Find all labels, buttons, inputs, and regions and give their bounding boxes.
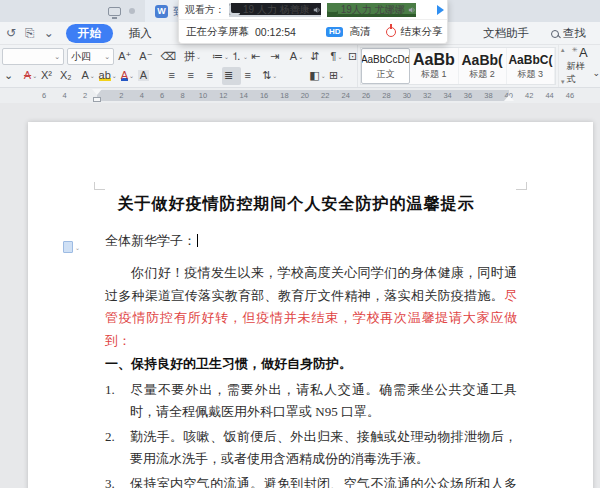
style-gallery: AaBbCcDd 正文 AaBb 标题 1 AaBb( 标题 2 AaBbC( … [360, 47, 556, 85]
ruler-number: 42 [519, 91, 539, 101]
highlight-color-icon[interactable]: ab⌄ [98, 67, 118, 85]
decrease-font-size-icon[interactable]: A⁻ [138, 48, 159, 66]
style-preview: AaBbCcDd [361, 52, 410, 68]
show-marks-icon[interactable]: ¶⌄ [327, 48, 346, 66]
find-button[interactable]: 查找 [551, 26, 586, 41]
more-fonts-icon[interactable]: ⌄ [2, 67, 21, 85]
new-style-label: 新样式 [567, 60, 591, 86]
align-right-icon[interactable]: ≡ [203, 67, 222, 85]
expand-panel-icon[interactable] [437, 5, 444, 15]
horizontal-ruler[interactable]: 6422468101214161820222426283032343638404… [0, 88, 600, 103]
document-title: 关于做好疫情防控期间个人安全防护的温馨提示 [77, 194, 515, 215]
ruler-number: 22 [315, 91, 335, 101]
ruler-number: 44 [539, 91, 559, 101]
numbered-list: 1. 尽量不要外出，需要外出，请私人交通。确需乘坐公共交通工具时，请全程佩戴医用… [105, 379, 517, 488]
style-name: 正文 [377, 68, 395, 81]
doc-assistant-button[interactable]: 文档助手 [483, 26, 529, 41]
search-icon [551, 30, 559, 38]
screen-share-overlay: 观看方： 19 人力 杨善康 19人力 尤娜娜 正在分享屏幕 00:12:54 … [178, 0, 448, 44]
scroll-down-icon[interactable]: ▼ [560, 79, 566, 85]
list-item: 1. 尽量不要外出，需要外出，请私人交通。确需乘坐公共交通工具时，请全程佩戴医用… [105, 379, 517, 422]
正文[interactable]: AaBbCcDd 正文 [361, 48, 410, 84]
cast-screen-icon[interactable] [108, 7, 121, 16]
sharing-status-label: 正在分享屏幕 [186, 25, 249, 39]
clear-format-icon[interactable]: ⌫ [160, 48, 184, 66]
justify-icon[interactable]: ≣ [222, 67, 241, 85]
scroll-up-icon[interactable]: ▲ [560, 47, 566, 53]
section-heading: 一、保持良好的卫生习惯，做好自身防护。 [105, 353, 517, 376]
end-share-label: 结束分享 [400, 25, 442, 39]
ribbon: ⌄ 小四 ⌄ A⁺A⁻⌫拼⌄ ≔⌄⒈⌄⇤⇥A⌄ ⌄A⌄X²X₂A⌄ab⌄A⌄A … [0, 45, 600, 88]
bullet-list-icon[interactable]: ≔⌄ [211, 48, 230, 66]
font-size-value: 小四 [71, 50, 91, 64]
increase-indent-icon[interactable]: ⇥ [268, 48, 287, 66]
align-left-icon[interactable]: ≡ [165, 67, 184, 85]
sharing-timer: 00:12:54 [255, 26, 296, 38]
first-line-indent-marker[interactable] [92, 89, 102, 95]
list-number: 1. [105, 379, 130, 422]
pinyin-guide-icon[interactable]: 拼⌄ [183, 48, 202, 66]
list-text: 勤洗手。咳嗽、饭前便后、外出归来、接触或处理动物排泄物后，要用流水洗手，或者使用… [130, 426, 517, 469]
increase-font-size-icon[interactable]: A⁺ [117, 48, 138, 66]
align-center-icon[interactable]: ≡ [184, 67, 203, 85]
right-indent-marker[interactable] [504, 95, 514, 101]
19人力 尤娜娜: 19人力 尤娜娜 [327, 3, 416, 17]
numbered-list-icon[interactable]: ⒈⌄ [230, 48, 249, 66]
font-size-select[interactable]: 小四 ⌄ [67, 48, 114, 65]
text-boundary-mark [94, 182, 105, 190]
distribute-icon[interactable]: ≡ [241, 67, 260, 85]
undo-icon[interactable]: ↺ [6, 26, 16, 40]
ribbon-tab[interactable]: 开始 [66, 24, 113, 43]
paste-options-icon[interactable]: ⌄ [63, 241, 80, 253]
viewer-name: 19人力 尤娜娜 [341, 3, 405, 17]
char-shading-icon[interactable]: A [137, 67, 156, 85]
subscript-icon[interactable]: X₂ [59, 67, 79, 85]
avatar [327, 4, 338, 15]
superscript-icon[interactable]: X² [40, 67, 59, 85]
quick-access-toolbar: ↺⎘⌄ [0, 26, 66, 40]
chevron-down-icon: ⌄ [54, 53, 60, 61]
text-cursor [197, 234, 198, 247]
ruler-number: 24 [335, 91, 355, 101]
new-style-button[interactable]: A 新样式 ⌄ [567, 45, 600, 87]
style-gallery-scrollbar[interactable]: ▲ ▼ [558, 45, 567, 87]
font-color-icon[interactable]: A⌄ [118, 67, 137, 85]
text-tools-icon[interactable]: ⊡ [346, 48, 365, 66]
list-number: 3. [105, 473, 130, 488]
style-name: 标题 1 [421, 68, 447, 81]
left-indent-marker[interactable] [93, 97, 101, 102]
line-spacing-icon[interactable]: ⇅⌄ [260, 67, 279, 85]
sort-icon[interactable]: ⇵ [308, 48, 327, 66]
style-preview: AaBb( [462, 52, 503, 68]
标题 2[interactable]: AaBb( 标题 2 [459, 48, 507, 84]
ruler-number: 28 [376, 91, 396, 101]
ruler-number: 18 [274, 91, 294, 101]
document-area: 关于做好疫情防控期间个人安全防护的温馨提示 ⌄ 全体新华学子： 你们好！疫情发生… [0, 103, 600, 488]
document-page[interactable]: 关于做好疫情防控期间个人安全防护的温馨提示 ⌄ 全体新华学子： 你们好！疫情发生… [28, 122, 593, 488]
doc-assistant-label: 文档助手 [483, 26, 529, 41]
shading-bucket-icon[interactable]: ◧⌄ [308, 67, 327, 85]
char-scale-icon[interactable]: A⌄ [287, 48, 306, 66]
decrease-indent-icon[interactable]: ⇤ [249, 48, 268, 66]
ruler-number: 30 [397, 91, 417, 101]
text-effects-icon[interactable]: A⌄ [79, 67, 98, 85]
hd-quality-button[interactable]: 高清 [349, 25, 370, 39]
ruler-number: 16 [254, 91, 274, 101]
标题 1[interactable]: AaBb 标题 1 [410, 48, 458, 84]
power-icon [386, 27, 396, 37]
hd-badge: HD [326, 27, 344, 37]
19 人力 杨善康: 19 人力 杨善康 [229, 3, 321, 17]
list-text: 尽量不要外出，需要外出，请私人交通。确需乘坐公共交通工具时，请全程佩戴医用外科口… [130, 379, 517, 422]
ruler-number: 12 [213, 91, 233, 101]
style-name: 标题 3 [518, 68, 544, 81]
标题 3[interactable]: AaBbC( 标题 3 [507, 48, 555, 84]
format-painter-icon[interactable]: ⎘ [25, 26, 35, 40]
borders-icon[interactable]: ⊞⌄ [327, 67, 346, 85]
strikethrough-icon[interactable]: A⌄ [21, 67, 40, 85]
ribbon-tab[interactable]: 插入 [117, 24, 164, 43]
voice-indicator-icon [313, 6, 321, 14]
end-share-button[interactable]: 结束分享 [382, 23, 446, 41]
font-name-select[interactable]: ⌄ [2, 48, 64, 65]
ruler-number: 2 [111, 91, 131, 101]
more-dropdown-icon[interactable]: ⌄ [44, 26, 54, 40]
